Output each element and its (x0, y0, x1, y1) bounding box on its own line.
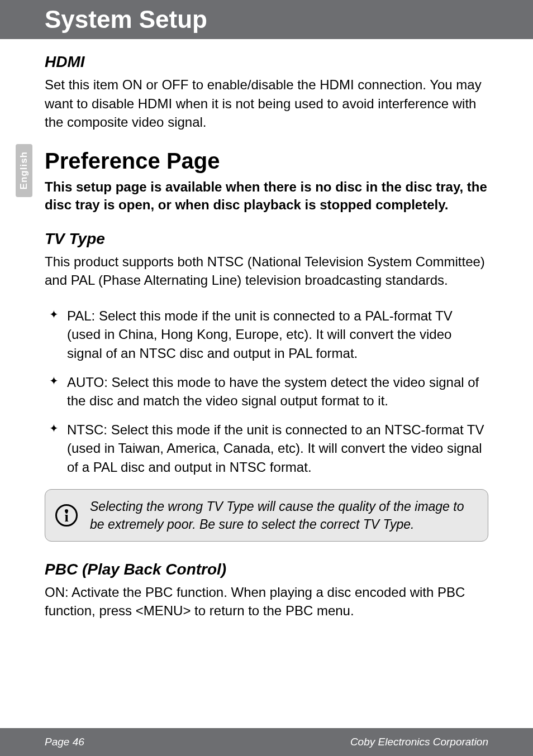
info-box: i Selecting the wrong TV Type will cause… (45, 489, 488, 542)
info-icon: i (55, 504, 78, 527)
language-tab-label: English (18, 151, 30, 189)
pbc-body: ON: Activate the PBC function. When play… (45, 583, 488, 620)
tvtype-body: This product supports both NTSC (Nationa… (45, 252, 488, 290)
footer: Page 46 Coby Electronics Corporation (0, 728, 533, 756)
pbc-heading: PBC (Play Back Control) (45, 561, 488, 578)
page-title: System Setup (45, 6, 207, 33)
header-bar: System Setup (0, 0, 533, 39)
footer-page-number: Page 46 (45, 736, 84, 748)
info-text: Selecting the wrong TV Type will cause t… (90, 497, 477, 533)
info-icon-letter: i (64, 509, 68, 525)
footer-company: Coby Electronics Corporation (350, 736, 488, 748)
preference-note: This setup page is available when there … (45, 178, 488, 214)
list-item: AUTO: Select this mode to have the syste… (45, 373, 488, 410)
tvtype-bullets: PAL: Select this mode if the unit is con… (45, 307, 488, 477)
list-item: PAL: Select this mode if the unit is con… (45, 307, 488, 363)
content-area: HDMI Set this item ON or OFF to enable/d… (0, 39, 533, 620)
language-tab: English (16, 144, 32, 197)
tvtype-heading: TV Type (45, 230, 488, 248)
list-item: NTSC: Select this mode if the unit is co… (45, 420, 488, 477)
hdmi-heading: HDMI (45, 53, 488, 71)
hdmi-body: Set this item ON or OFF to enable/disabl… (45, 75, 488, 132)
preference-heading: Preference Page (45, 149, 488, 174)
